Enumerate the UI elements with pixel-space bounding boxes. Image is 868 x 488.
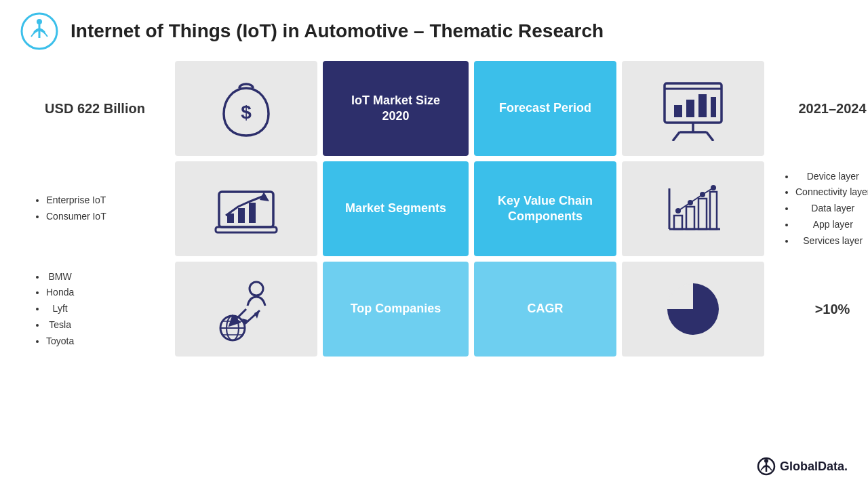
top-companies-left-cell: BMW Honda Lyft Tesla Toyota	[20, 262, 170, 357]
header: Internet of Things (IoT) in Automotive –…	[20, 12, 848, 54]
people-globe-icon	[183, 270, 309, 348]
svg-rect-14	[216, 227, 277, 232]
cagr-value-cell: >10%	[770, 262, 868, 357]
money-bag-icon-cell: $	[175, 61, 317, 156]
svg-rect-11	[698, 94, 707, 117]
market-segments-label: Market Segments	[345, 201, 446, 216]
list-item: App layer	[795, 217, 868, 233]
globaldata-logo-icon	[757, 457, 776, 476]
growth-chart-icon-cell	[622, 161, 764, 256]
market-size-label-cell: IoT Market Size2020	[323, 61, 469, 156]
market-size-value-cell: USD 622 Billion	[20, 61, 170, 156]
list-item: Toyota	[46, 333, 74, 350]
cagr-value: >10%	[815, 302, 850, 317]
top-companies-label: Top Companies	[351, 301, 441, 317]
forecast-label: Forecast Period	[499, 100, 591, 116]
list-item: Data layer	[795, 201, 868, 217]
brand-name: GlobalData.	[780, 460, 848, 474]
cagr-label: CAGR	[528, 301, 564, 317]
svg-rect-23	[698, 199, 707, 229]
list-item: Tesla	[46, 317, 74, 333]
laptop-chart-icon-cell	[175, 161, 317, 256]
presentation-icon-cell	[622, 61, 764, 156]
svg-point-29	[250, 282, 263, 296]
market-size-label: IoT Market Size2020	[351, 93, 440, 125]
svg-line-7	[707, 132, 713, 141]
forecast-value-cell: 2021–2024	[770, 61, 868, 156]
svg-text:$: $	[241, 102, 252, 123]
list-item: Honda	[46, 285, 74, 301]
svg-rect-21	[674, 216, 682, 229]
growth-chart-icon	[630, 169, 756, 248]
money-bag-icon: $	[183, 69, 309, 148]
list-item: Device layer	[795, 169, 868, 185]
svg-rect-10	[686, 100, 694, 117]
svg-rect-24	[710, 192, 717, 229]
people-globe-icon-cell	[175, 262, 317, 357]
list-item: Consumer IoT	[46, 209, 106, 225]
list-item: Lyft	[46, 301, 74, 317]
svg-line-6	[673, 132, 679, 141]
list-item: Connectivity layer	[795, 184, 868, 201]
cagr-label-cell: CAGR	[474, 262, 616, 357]
market-segments-left-cell: Enterprise IoT Consumer IoT	[20, 161, 170, 256]
value-chain-list: Device layer Connectivity layer Data lay…	[783, 169, 868, 249]
svg-rect-16	[238, 208, 245, 223]
list-item: Enterprise IoT	[46, 192, 106, 209]
laptop-chart-icon	[183, 169, 309, 248]
value-chain-items-cell: Device layer Connectivity layer Data lay…	[770, 161, 868, 256]
top-companies-label-cell: Top Companies	[323, 262, 469, 357]
page-title: Internet of Things (IoT) in Automotive –…	[71, 20, 604, 43]
forecast-label-cell: Forecast Period	[474, 61, 616, 156]
svg-rect-17	[249, 203, 256, 223]
key-value-chain-label-cell: Key Value Chain Components	[474, 161, 616, 256]
pie-chart-icon	[630, 270, 756, 348]
globaldata-brand: GlobalData.	[757, 457, 848, 476]
list-item: Services layer	[795, 233, 868, 249]
footer: GlobalData.	[20, 454, 848, 476]
page: Internet of Things (IoT) in Automotive –…	[0, 0, 868, 488]
svg-point-39	[764, 459, 768, 463]
pie-chart-icon-cell	[622, 262, 764, 357]
market-segments-list: Enterprise IoT Consumer IoT	[34, 192, 106, 225]
svg-rect-22	[686, 207, 694, 229]
market-size-value: USD 622 Billion	[45, 101, 145, 117]
market-segments-label-cell: Market Segments	[323, 161, 469, 256]
top-companies-list: BMW Honda Lyft Tesla Toyota	[34, 269, 74, 350]
main-grid: USD 622 Billion $ IoT Market Size2020 Fo…	[20, 61, 848, 447]
list-item: BMW	[46, 269, 74, 285]
svg-point-1	[37, 19, 42, 24]
presentation-chart-icon	[630, 69, 756, 148]
iot-logo-icon	[20, 12, 58, 50]
key-value-chain-label: Key Value Chain Components	[482, 193, 608, 225]
forecast-value: 2021–2024	[798, 101, 866, 117]
svg-rect-9	[674, 105, 682, 117]
svg-rect-12	[711, 97, 716, 117]
